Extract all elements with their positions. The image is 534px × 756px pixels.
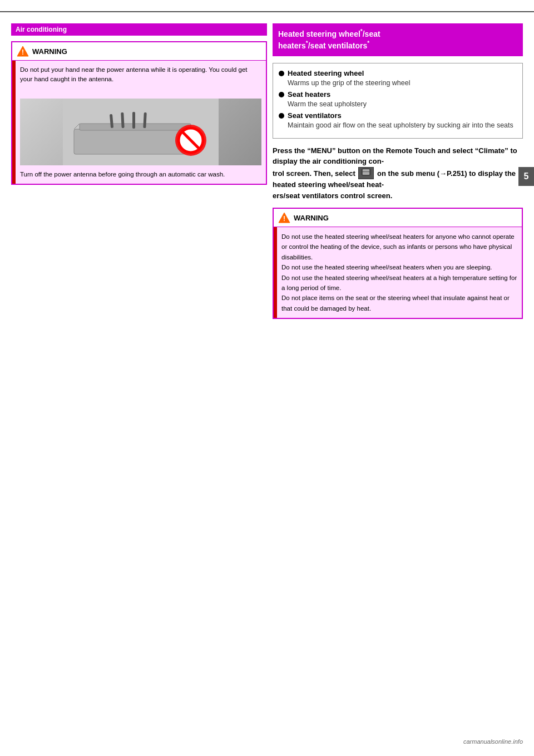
svg-rect-3: [74, 129, 185, 154]
svg-rect-16: [363, 172, 369, 175]
warning-triangle-icon: !: [17, 46, 29, 57]
bullet-item-1: Heated steering wheel: [279, 69, 517, 77]
left-warning-text-2: Turn off the power antenna before going …: [20, 170, 261, 179]
svg-rect-9: [132, 112, 135, 129]
asterisk3: *: [367, 40, 369, 46]
inst-line8: ers/seat ventilators control screen.: [273, 192, 392, 200]
right-warn-bullet-3: Do not use the heated steering wheel/sea…: [281, 273, 517, 293]
right-warning-content: Do not use the heated steering wheel/sea…: [277, 227, 522, 318]
left-section-header: Air conditioning: [11, 23, 267, 36]
bottom-watermark: carmanualsonline.info: [463, 738, 523, 745]
left-warning-box: ! WARNING Do not put your hand near the …: [11, 41, 267, 185]
right-header-line1: Heated steering wheel: [278, 30, 360, 38]
seat-icon: [361, 168, 371, 176]
right-header-line2: /seat: [363, 30, 380, 38]
bullet-title-3: Seat ventilators: [288, 111, 342, 120]
right-warning-box: ! WARNING Do not use the heated steering…: [273, 208, 523, 319]
bullet-item-2: Seat heaters: [279, 90, 517, 99]
right-header-box: Heated steering wheel*/seat heaters*/sea…: [273, 23, 523, 56]
inst-line4: trol screen. Then, select: [273, 169, 355, 178]
right-warn-bullet-text-3: Do not use the heated steering wheel/sea…: [281, 274, 517, 291]
svg-text:!: !: [283, 215, 285, 223]
left-warning-header: ! WARNING: [12, 42, 266, 61]
left-warning-content: Do not put your hand near the power ante…: [16, 61, 266, 184]
main-content: Air conditioning ! WARNING Do not put: [0, 18, 534, 319]
right-column: Heated steering wheel*/seat heaters*/sea…: [273, 18, 523, 319]
right-warn-para-1: Do not use the heated steering wheel/sea…: [281, 232, 517, 262]
bullet-dot-3: [279, 113, 284, 119]
bullet-desc-3: Maintain good air flow on the seat uphol…: [288, 121, 517, 129]
left-warning-inner: Do not put your hand near the power ante…: [12, 61, 266, 184]
inst-line1: Press the “MENU” button on the: [273, 146, 384, 155]
svg-rect-17: [363, 169, 369, 171]
info-box: Heated steering wheel Warms up the grip …: [273, 63, 523, 139]
warning-image-inner: [20, 99, 261, 165]
warning-image: [20, 99, 261, 165]
bullet-dot-1: [279, 71, 284, 76]
left-warning-text-1: Do not put your hand near the power ante…: [20, 65, 261, 85]
car-roof-svg: [63, 99, 219, 165]
left-warning-label: WARNING: [32, 47, 67, 56]
bullet-title-2: Seat heaters: [288, 90, 330, 99]
right-warn-bullet-text-4: Do not place items on the seat or the st…: [281, 294, 510, 311]
right-warn-bullet-4: Do not place items on the seat or the st…: [281, 293, 517, 313]
bullet-desc-1: Warms up the grip of the steering wheel: [288, 79, 517, 87]
bullet-desc-2: Warm the seat upholstery: [288, 100, 517, 108]
right-warn-bullet-2: Do not use the heated steering wheel/sea…: [281, 262, 517, 272]
inst-line5: on the: [377, 169, 399, 178]
bullet-dot-2: [279, 92, 284, 97]
bullet-title-1: Heated steering wheel: [288, 69, 364, 77]
right-warning-inner: Do not use the heated steering wheel/sea…: [274, 227, 522, 318]
seat-icon-box: [358, 167, 374, 180]
right-warn-bullet-text-2: Do not use the heated steering wheel/sea…: [281, 264, 492, 271]
top-rule: [0, 11, 534, 12]
inst-line6: sub menu (→P.251) to display the: [401, 169, 516, 178]
inst-line7: heated steering wheel/seat heat-: [273, 180, 384, 189]
left-column: Air conditioning ! WARNING Do not put: [11, 18, 267, 319]
side-tab: 5: [518, 167, 534, 186]
right-header-line3: heaters: [278, 41, 306, 50]
instructions-text: Press the “MENU” button on the Remote To…: [273, 145, 523, 202]
page: Air conditioning ! WARNING Do not put: [0, 0, 534, 756]
bullet-item-3: Seat ventilators: [279, 111, 517, 120]
svg-text:!: !: [22, 48, 24, 56]
right-warning-header: ! WARNING: [274, 209, 522, 227]
right-header-line4: /seat ventilators: [308, 41, 368, 50]
inst-line2: Remote Touch and select “Climate”: [386, 146, 508, 155]
right-warning-triangle-icon: !: [278, 212, 290, 223]
right-warning-label: WARNING: [294, 214, 329, 222]
